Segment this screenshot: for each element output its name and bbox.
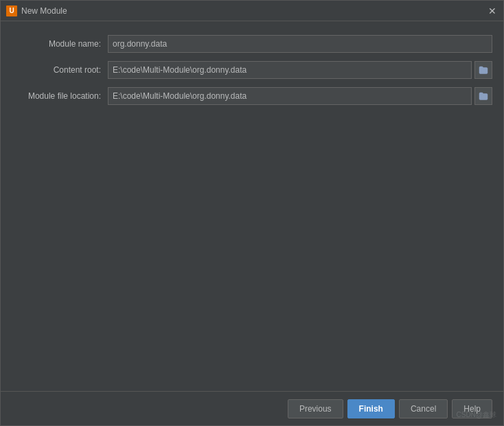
module-file-location-input[interactable]	[108, 87, 472, 105]
module-file-location-label: Module file location:	[12, 91, 108, 101]
title-bar: U New Module ✕	[1, 1, 503, 21]
previous-button[interactable]: Previous	[288, 399, 343, 418]
cancel-button[interactable]: Cancel	[399, 399, 448, 418]
content-root-input[interactable]	[108, 61, 472, 79]
dialog-footer: Previous Finish Cancel Help CSDN@鑫球	[1, 391, 503, 425]
content-root-row: Content root:	[12, 61, 492, 79]
module-name-input-wrapper	[108, 35, 492, 53]
content-root-browse-button[interactable]	[474, 61, 492, 79]
module-name-row: Module name:	[12, 35, 492, 53]
dialog-title: New Module	[21, 6, 67, 16]
help-button[interactable]: Help	[452, 399, 492, 418]
module-file-location-browse-button[interactable]	[474, 87, 492, 105]
dialog-body: Module name: Content root: Module file l…	[1, 21, 503, 391]
module-name-input[interactable]	[108, 35, 492, 53]
new-module-dialog: U New Module ✕ Module name: Content root…	[0, 0, 504, 426]
folder-icon	[479, 92, 488, 100]
module-name-label: Module name:	[12, 39, 108, 49]
module-file-location-input-wrapper	[108, 87, 492, 105]
app-icon: U	[6, 5, 17, 16]
content-root-label: Content root:	[12, 65, 108, 75]
title-bar-left: U New Module	[6, 5, 67, 16]
content-root-input-wrapper	[108, 61, 492, 79]
module-file-location-row: Module file location:	[12, 87, 492, 105]
finish-button[interactable]: Finish	[347, 399, 395, 418]
close-button[interactable]: ✕	[487, 5, 498, 16]
folder-icon	[479, 66, 488, 74]
